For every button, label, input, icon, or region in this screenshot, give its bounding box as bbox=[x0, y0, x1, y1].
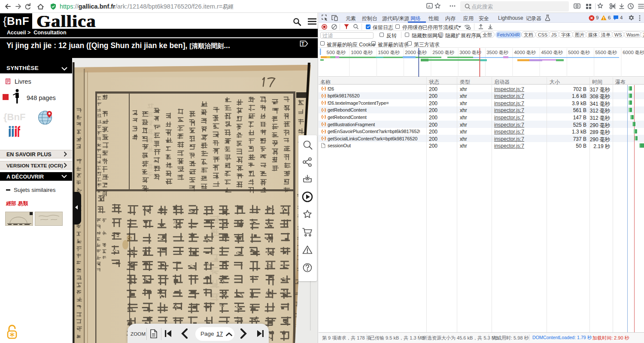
svg-text:A: A bbox=[428, 4, 431, 8]
svg-text:T: T bbox=[301, 41, 304, 46]
